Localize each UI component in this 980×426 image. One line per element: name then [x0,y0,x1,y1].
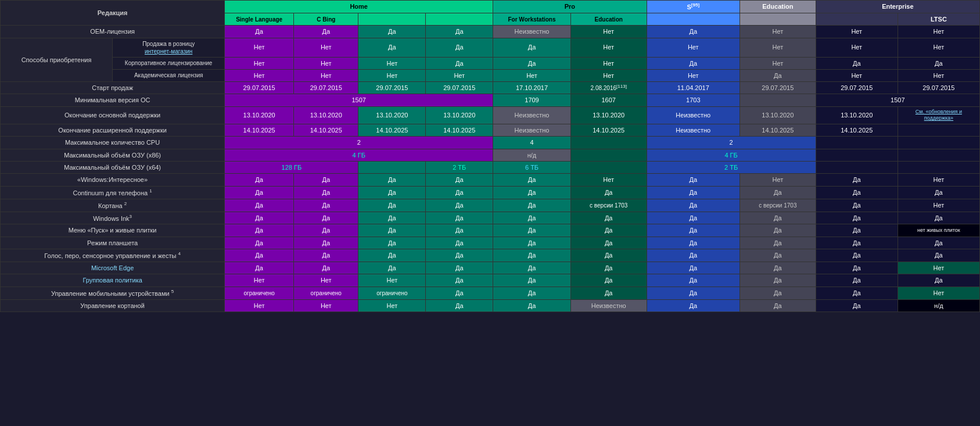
cell: 29.07.2015 [816,82,898,94]
feature-label: Режим планшета [1,237,225,249]
feature-label: Кортана 2 [1,199,225,212]
cell: Да [358,26,426,38]
cell: Нет [570,57,647,69]
cell: ограничено [294,287,358,299]
cell: Нет [898,69,979,81]
cell: Нет [898,38,979,57]
cell: Да [570,287,647,299]
cell: Нет [647,38,740,57]
cell: 29.07.2015 [225,82,294,94]
cell: Да [740,299,816,312]
cell: Нет [426,69,493,81]
cell: Да [493,262,571,274]
for-workstations-header: For Workstations [493,13,571,25]
cell: Да [816,249,898,262]
sub-label: Продажа в розницуинтернет-магазин [113,38,225,57]
feature-label: Голос, перо, сенсорное управление и жест… [1,249,225,262]
cell: Да [294,224,358,237]
feature-label: Максимальный объём ОЗУ (х86) [1,149,225,161]
c-bing-header: C Bing [294,13,358,25]
cell: Да [493,186,571,199]
cell: 6 ТБ [493,162,571,174]
cell: 14.10.2025 [570,124,647,137]
cell: Нет [225,299,294,312]
cell: Да [816,237,898,249]
cell: Да [493,274,571,287]
cell: Да [647,212,740,224]
cell: 2 ТБ [426,162,493,174]
feature-label: Старт продаж [1,82,225,94]
table-row: Окончание основной поддержки 13.10.2020 … [1,106,980,124]
cell: Да [816,186,898,199]
cell: Неизвестно [647,106,740,124]
cell: Нет [358,299,426,312]
cell: н/д [493,149,571,161]
cell: Нет [294,69,358,81]
cell: 14.10.2025 [358,124,426,137]
table-row: Управление мобильными устройствами 5 огр… [1,287,980,299]
cell: Да [570,274,647,287]
cell: Да [570,224,647,237]
cell: Да [294,262,358,274]
cell: н/д [898,299,979,312]
cell: Да [898,237,979,249]
cell: Нет [816,69,898,81]
sub-label: Академическая лицензия [113,69,225,81]
cell: Да [647,186,740,199]
cell: 4 [493,137,571,149]
cell: Да [225,237,294,249]
cell: 13.10.2020 [294,106,358,124]
cell: Неизвестно [647,124,740,137]
feature-label: «Windows:Интересное» [1,174,225,186]
cell: Да [740,249,816,262]
cell: 29.07.2015 [740,82,816,94]
cell: Да [493,249,571,262]
cell: Да [358,38,426,57]
cell: Да [740,69,816,81]
cell: Да [740,274,816,287]
cell: Нет [294,38,358,57]
edition-header: Редакция [1,1,225,26]
cell: Нет [570,174,647,186]
table-row: Управление кортаной Нет Нет Нет Да Да Не… [1,299,980,312]
cell: Нет [898,174,979,186]
cell: См. «обновления и поддержка» [898,106,979,124]
table-row: Способы приобретения Продажа в розницуин… [1,38,980,57]
cell: Да [740,287,816,299]
cell: Да [816,287,898,299]
table-row: Минимальная версия ОС 1507 1709 1607 170… [1,94,980,106]
cell: Да [570,237,647,249]
cell: Неизвестно [493,26,571,38]
cell [898,162,979,174]
cell: 1507 [816,94,979,106]
cell: Нет [294,299,358,312]
cell: Да [816,57,898,69]
cell: Да [493,299,571,312]
cell: Да [358,224,426,237]
cell: 4 ГБ [225,149,493,161]
cell: Да [294,249,358,262]
single-language-header: Single Language [225,13,294,25]
table-row: Старт продаж 29.07.2015 29.07.2015 29.07… [1,82,980,94]
table-row: Корпоративное лицензирование Нет Нет Нет… [1,57,980,69]
cell: 13.10.2020 [570,106,647,124]
table-row: Академическая лицензия Нет Нет Нет Нет Н… [1,69,980,81]
cell: Да [493,38,571,57]
cell: Нет [225,38,294,57]
cell: Да [225,212,294,224]
cell: Нет [225,274,294,287]
ent1-sub-header [816,13,898,25]
cell: Да [740,262,816,274]
table-row: Максимальное количество CPU 2 4 2 [1,137,980,149]
cell: 1703 [647,94,740,106]
cell: Нет [358,69,426,81]
cell: Да [358,186,426,199]
cell: Да [426,186,493,199]
cell: Нет [740,174,816,186]
cell: 29.07.2015 [358,82,426,94]
cell: Нет [898,26,979,38]
cell: Да [740,237,816,249]
cell: Да [493,287,571,299]
table-row: Windows Ink3 Да Да Да Да Да Да Да Да Да … [1,212,980,224]
cell [898,124,979,137]
